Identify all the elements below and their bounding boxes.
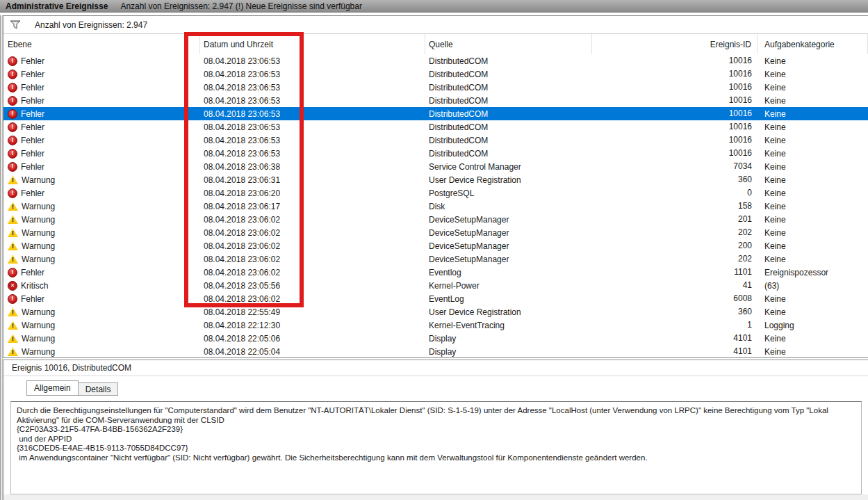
table-row[interactable]: !Fehler08.04.2018 23:06:20PostgreSQL0Kei… — [3, 186, 868, 200]
table-row[interactable]: !Fehler08.04.2018 23:06:53DistributedCOM… — [3, 107, 868, 120]
table-row[interactable]: !Fehler08.04.2018 23:06:53DistributedCOM… — [3, 67, 868, 81]
error-icon: ! — [8, 109, 17, 119]
filter-bar: Anzahl von Ereignissen: 2.947 — [3, 16, 868, 34]
preview-body-line: Aktivierung" für die COM-Serveranwendung… — [17, 416, 855, 426]
column-header-source[interactable]: Quelle — [425, 34, 592, 54]
level-label: Fehler — [21, 188, 44, 198]
table-row[interactable]: !Fehler08.04.2018 23:06:38Service Contro… — [3, 160, 868, 173]
table-row[interactable]: !Warnung08.04.2018 23:06:02DeviceSetupMa… — [3, 226, 868, 239]
event-id: 202 — [592, 252, 758, 266]
table-row[interactable]: ✕Kritisch08.04.2018 23:05:56Kernel-Power… — [3, 279, 868, 292]
preview-body-line: {C2F03A33-21F5-47FA-B4BB-156362A2F239} — [17, 425, 855, 435]
event-date: 08.04.2018 23:06:17 — [200, 202, 425, 211]
table-row[interactable]: !Fehler08.04.2018 23:06:02EventLog6008Ke… — [3, 292, 868, 305]
table-row[interactable]: !Warnung08.04.2018 23:06:02DeviceSetupMa… — [3, 252, 868, 266]
table-row[interactable]: !Fehler08.04.2018 23:06:02Eventlog1101Er… — [3, 266, 868, 279]
event-source: EventLog — [425, 294, 592, 304]
window-left-edge — [0, 15, 3, 500]
error-icon: ! — [8, 122, 17, 132]
level-label: Warnung — [22, 241, 55, 251]
table-row[interactable]: !Fehler08.04.2018 23:06:53DistributedCOM… — [3, 134, 868, 147]
warning-icon: ! — [8, 334, 18, 343]
warning-icon: ! — [8, 241, 18, 250]
level-label: Fehler — [21, 56, 44, 66]
event-category: Keine — [758, 149, 868, 159]
level-label: Fehler — [21, 83, 44, 92]
table-row[interactable]: !Fehler08.04.2018 23:06:53DistributedCOM… — [3, 54, 868, 67]
level-label: Fehler — [21, 268, 44, 277]
column-header-date[interactable]: Datum und Uhrzeit — [200, 34, 425, 54]
table-row[interactable]: !Fehler08.04.2018 23:06:53DistributedCOM… — [3, 94, 868, 107]
table-row[interactable]: !Fehler08.04.2018 23:06:53DistributedCOM… — [3, 120, 868, 134]
column-header-cat[interactable]: Aufgabenkategorie — [758, 34, 868, 54]
event-id: 10016 — [592, 147, 758, 160]
event-source: Kernel-EventTracing — [425, 321, 592, 330]
warning-icon: ! — [8, 175, 18, 184]
level-label: Warnung — [22, 321, 55, 330]
filter-funnel-icon — [10, 20, 21, 29]
event-source: DeviceSetupManager — [425, 215, 592, 225]
level-label: Fehler — [21, 149, 44, 159]
event-id: 4101 — [592, 345, 758, 358]
event-category: Keine — [758, 162, 868, 172]
level-label: Warnung — [22, 228, 55, 238]
level-label: Warnung — [22, 202, 55, 211]
table-row[interactable]: !Warnung08.04.2018 23:06:02DeviceSetupMa… — [3, 239, 868, 252]
event-date: 08.04.2018 23:06:31 — [200, 175, 425, 185]
event-date: 08.04.2018 23:06:38 — [200, 162, 425, 172]
event-category: Keine — [758, 96, 868, 106]
tab-strip: AllgemeinDetails — [3, 380, 868, 396]
event-date: 08.04.2018 23:06:53 — [200, 96, 425, 106]
event-date: 08.04.2018 23:06:53 — [200, 136, 425, 145]
event-source: DeviceSetupManager — [425, 255, 592, 264]
table-row[interactable]: !Warnung08.04.2018 23:06:31User Device R… — [3, 173, 868, 186]
tab-allgemein[interactable]: Allgemein — [26, 380, 79, 396]
event-category: Keine — [758, 109, 868, 119]
event-id: 360 — [592, 305, 758, 318]
event-category: Keine — [758, 215, 868, 225]
tab-details[interactable]: Details — [79, 382, 119, 396]
warning-icon: ! — [8, 321, 18, 330]
error-icon: ! — [8, 56, 17, 66]
level-label: Warnung — [22, 255, 55, 264]
table-row[interactable]: !Warnung08.04.2018 22:05:06Display4101Ke… — [3, 332, 868, 345]
level-label: Warnung — [22, 334, 55, 344]
error-icon: ! — [8, 188, 17, 198]
event-source: Eventlog — [425, 268, 592, 277]
level-label: Fehler — [21, 96, 44, 106]
event-date: 08.04.2018 23:06:53 — [200, 149, 425, 159]
table-row[interactable]: !Fehler08.04.2018 23:06:53DistributedCOM… — [3, 81, 868, 94]
preview-body-line: im Anwendungscontainer "Nicht verfügbar"… — [17, 453, 855, 463]
error-icon: ! — [8, 294, 17, 304]
event-category: Logging — [758, 321, 868, 330]
table-row[interactable]: !Warnung08.04.2018 22:55:49User Device R… — [3, 305, 868, 318]
event-id: 10016 — [592, 67, 758, 81]
level-label: Fehler — [21, 162, 44, 172]
event-date: 08.04.2018 23:06:53 — [200, 56, 425, 66]
event-category: Keine — [758, 70, 868, 79]
error-icon: ! — [8, 268, 17, 277]
table-row[interactable]: !Warnung08.04.2018 23:06:02DeviceSetupMa… — [3, 213, 868, 226]
event-id: 158 — [592, 200, 758, 213]
table-row[interactable]: !Fehler08.04.2018 23:06:53DistributedCOM… — [3, 147, 868, 160]
event-source: DistributedCOM — [425, 70, 592, 79]
error-icon: ! — [8, 70, 17, 79]
event-category: Keine — [758, 83, 868, 92]
column-header-id[interactable]: Ereignis-ID — [592, 34, 758, 54]
critical-icon: ✕ — [8, 281, 17, 291]
event-category: Keine — [758, 334, 868, 344]
warning-icon: ! — [8, 307, 18, 316]
column-header-level[interactable]: Ebene — [3, 34, 200, 54]
event-category: (63) — [758, 281, 868, 291]
event-category: Keine — [758, 307, 868, 317]
pane-bottom-gutter — [3, 494, 868, 500]
event-id: 1101 — [592, 266, 758, 279]
table-row[interactable]: !Warnung08.04.2018 22:05:04Display4101Ke… — [3, 345, 868, 358]
table-row[interactable]: !Warnung08.04.2018 22:12:30Kernel-EventT… — [3, 318, 868, 332]
event-date: 08.04.2018 23:06:02 — [200, 255, 425, 264]
event-date: 08.04.2018 22:55:49 — [200, 307, 425, 317]
table-row[interactable]: !Warnung08.04.2018 23:06:17Disk158Keine — [3, 200, 868, 213]
event-id: 10016 — [592, 120, 758, 134]
event-category: Keine — [758, 188, 868, 198]
event-id: 1 — [592, 318, 758, 332]
